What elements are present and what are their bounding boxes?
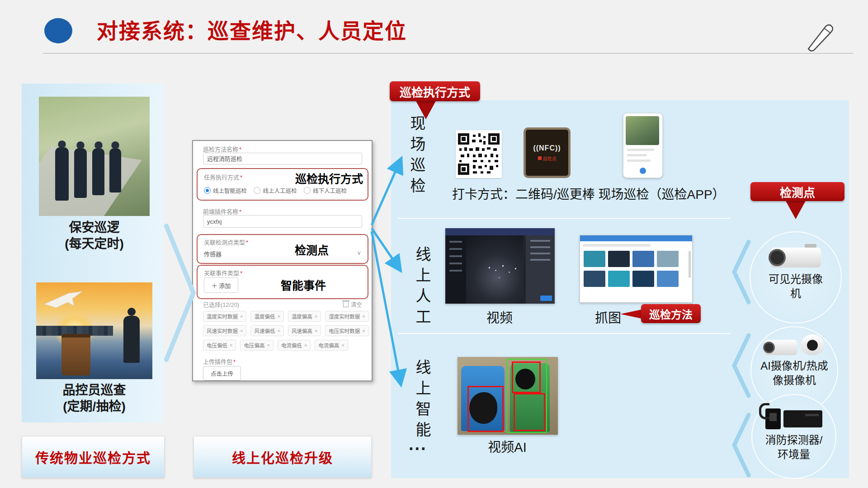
event-overlay-text: 智能事件 — [281, 277, 326, 293]
badge-tail — [785, 199, 807, 219]
radio-online-smart[interactable]: 线上智能巡检 — [204, 186, 247, 195]
close-icon[interactable]: × — [230, 343, 232, 348]
ai-detection-box — [514, 393, 545, 431]
selected-row: 已选择(12/20) 清空 — [203, 300, 362, 309]
pen-icon — [804, 21, 836, 53]
scrollbar — [689, 251, 691, 278]
nfc-tag-image: ((NFC)) 巡检点 — [524, 127, 571, 178]
point-select-value[interactable]: 传感器 — [204, 249, 222, 258]
more-ellipsis: ... — [409, 435, 427, 454]
tag-label: 电压偏低 — [207, 342, 227, 349]
walkway-shape — [39, 146, 142, 216]
photo1-caption-line2: (每天定时) — [39, 236, 150, 252]
row-label-online-smart: 线上智能 — [411, 359, 434, 442]
camera-scene — [466, 235, 523, 304]
row-separator — [398, 333, 731, 334]
radio-label: 线上人工巡检 — [263, 186, 297, 195]
close-icon[interactable]: × — [362, 314, 365, 319]
thumbnail — [632, 251, 654, 267]
add-event-button[interactable]: ＋ 添加 — [204, 277, 238, 293]
tag-label: 湿度实时数据 — [329, 313, 360, 320]
radio-label: 线上智能巡检 — [213, 186, 247, 195]
event-label: 关联事件类型 — [204, 270, 239, 277]
photo2-caption: 品控员巡查 (定期/抽检) — [36, 382, 152, 415]
tag-label: 温度实时数据 — [207, 313, 238, 320]
required-mark: * — [239, 208, 241, 215]
upload-label: 上传插件包 — [203, 358, 232, 365]
bullet-camera-icon — [764, 340, 797, 355]
app-button — [640, 168, 646, 174]
thumbnail — [608, 271, 630, 287]
radio-online-manual[interactable]: 线上人工巡检 — [254, 186, 297, 195]
plane-icon — [42, 291, 84, 310]
app-topbar — [445, 228, 555, 235]
plugin-input[interactable]: ycxfxj — [203, 215, 362, 228]
close-icon[interactable]: × — [277, 328, 280, 333]
name-input[interactable]: 远程消防巡检 — [203, 153, 362, 164]
upload-button[interactable]: 点击上传 — [203, 366, 241, 380]
close-icon[interactable]: × — [315, 328, 317, 333]
event-tag: 温度实时数据× — [203, 311, 246, 322]
exec-overlay-text: 巡检执行方式 — [295, 170, 363, 186]
banner-traditional: 传统物业巡检方式 — [22, 436, 165, 478]
close-icon[interactable]: × — [362, 328, 365, 333]
close-icon[interactable]: × — [240, 328, 243, 333]
row-label-onsite: 现场巡检 — [406, 115, 428, 198]
tag-label: 电压偏高 — [244, 342, 264, 349]
device-visible-camera: 可见光摄像机 — [750, 231, 842, 324]
field-label: 上传插件包* — [203, 357, 236, 366]
field-label: 任务执行方式* — [204, 173, 242, 181]
close-icon[interactable]: × — [315, 314, 317, 319]
patrol-form-screenshot: 巡检方法名称* 远程消防巡检 任务执行方式* 巡检执行方式 线上智能巡检 线上人… — [192, 140, 373, 381]
tag-label: 风速偏低 — [254, 327, 275, 334]
radio-label: 线下人工巡检 — [313, 186, 347, 195]
thumbnail — [584, 251, 605, 267]
tag-label: 电流偏低 — [281, 342, 302, 349]
close-icon[interactable]: × — [341, 343, 344, 348]
confirm-button-shape — [540, 296, 552, 301]
event-tag: 温度偏低× — [250, 311, 283, 322]
badge-tail — [415, 99, 437, 119]
radio-offline-manual[interactable]: 线下人工巡检 — [304, 186, 347, 195]
video-caption: 视频 — [475, 307, 524, 326]
badge-patrol-method: 巡检方法 — [641, 304, 701, 323]
required-mark: * — [240, 270, 242, 277]
required-mark: * — [233, 358, 236, 365]
clamp-sensor-icon — [765, 408, 781, 429]
video-monitor-screenshot — [445, 228, 555, 304]
tag-label: 温度偏低 — [254, 313, 275, 320]
header-divider — [43, 53, 853, 54]
clear-button[interactable]: 清空 — [343, 300, 362, 309]
chevron-down-icon[interactable]: ∨ — [357, 249, 361, 256]
photo-quality-inspector — [36, 282, 152, 379]
photo2-caption-line1: 品控员巡查 — [36, 382, 152, 399]
close-icon[interactable]: × — [267, 343, 269, 348]
badge-execution-mode: 巡检执行方式 — [390, 81, 480, 101]
tag-label: 电流偏高 — [318, 342, 339, 349]
photo1-caption: 保安巡逻 (每天定时) — [39, 220, 150, 253]
video-ai-caption: 视频AI — [478, 436, 537, 455]
close-icon[interactable]: × — [277, 314, 280, 319]
device-label: 消防探测器/环境量 — [760, 433, 828, 462]
guard-figure — [109, 148, 121, 192]
point-label: 关联检测点类型 — [204, 239, 245, 246]
event-tag: 风速偏低× — [250, 325, 283, 336]
banner-online-upgrade: 线上化巡检升级 — [193, 436, 372, 478]
required-mark: * — [246, 239, 248, 246]
close-icon[interactable]: × — [240, 314, 243, 319]
patrol-app-screenshot — [623, 113, 663, 178]
onsite-caption: 打卡方式：二维码/巡更棒 现场巡检（巡检APP） — [452, 184, 725, 202]
field-label: 关联检测点类型* — [204, 238, 248, 246]
event-tag: 电压偏高× — [240, 340, 273, 351]
snapshot-gallery-screenshot — [580, 235, 693, 303]
photo-security-patrol — [39, 97, 150, 216]
close-icon[interactable]: × — [304, 343, 307, 348]
suitcase-shape — [61, 334, 90, 375]
app-text-line — [627, 149, 654, 151]
nfc-text: ((NFC)) — [533, 144, 561, 152]
app-text-line — [627, 154, 647, 156]
tag-label: 风速实时数据 — [207, 327, 238, 334]
event-tag: 电压实时数据× — [325, 325, 368, 336]
dome-camera-icon — [801, 334, 824, 355]
detector-box-icon — [783, 410, 822, 427]
